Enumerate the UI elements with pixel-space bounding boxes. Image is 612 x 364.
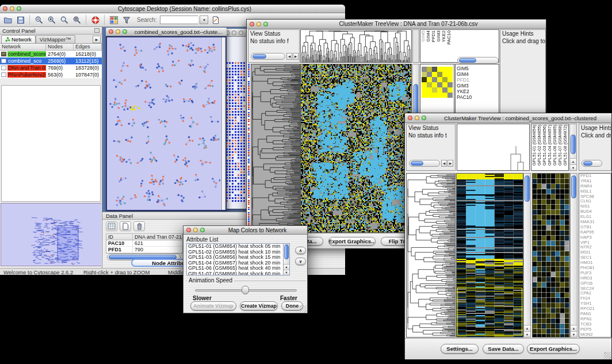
correlation-matrix-canvas[interactable] bbox=[422, 67, 453, 98]
scroll-down-button[interactable]: ▼ bbox=[570, 164, 576, 170]
zoom-vscrollbar[interactable]: ▲ ▼ bbox=[570, 173, 577, 338]
minimize-button[interactable] bbox=[193, 228, 198, 232]
scroll-left-button[interactable]: ◀ bbox=[286, 53, 292, 60]
row-dendrogram-canvas[interactable] bbox=[407, 174, 455, 337]
heatmap-canvas[interactable] bbox=[301, 64, 411, 232]
zoom-selected-icon[interactable] bbox=[71, 14, 82, 25]
vizmap-grid-icon[interactable] bbox=[108, 14, 119, 25]
move-up-button[interactable]: ∧ bbox=[295, 247, 306, 254]
zoom-hscrollbar[interactable] bbox=[457, 57, 499, 64]
scroll-left-button[interactable]: ◀ bbox=[441, 160, 447, 167]
minimize-button[interactable] bbox=[415, 116, 419, 120]
close-button[interactable] bbox=[3, 6, 7, 11]
search-dropdown-button[interactable]: ▼ bbox=[200, 16, 208, 24]
minimize-button[interactable] bbox=[116, 29, 120, 34]
zoom-button[interactable] bbox=[17, 6, 21, 11]
zoom-button[interactable] bbox=[200, 228, 205, 232]
heatmap-vscrollbar[interactable]: ▲ ▼ bbox=[523, 173, 531, 338]
attribute-item[interactable]: GPL51-07 (GSM868) heat shock 60 min bbox=[187, 271, 283, 275]
resize-grip[interactable] bbox=[604, 352, 611, 359]
scroll-up-button[interactable]: ▲ bbox=[284, 264, 289, 269]
usage-hscrollbar[interactable] bbox=[582, 160, 602, 167]
export-graphics-button[interactable]: Export Graphics... bbox=[527, 344, 580, 354]
close-button[interactable] bbox=[186, 228, 191, 232]
animation-slider-thumb[interactable] bbox=[242, 286, 249, 294]
scroll-down-button[interactable]: ▼ bbox=[571, 331, 577, 337]
scroll-up-button[interactable]: ▲ bbox=[570, 158, 576, 164]
save-session-icon[interactable] bbox=[15, 14, 26, 25]
scroll-right-button[interactable]: ▶ bbox=[447, 160, 453, 167]
network-tree-area[interactable] bbox=[1, 85, 101, 202]
close-button[interactable] bbox=[250, 22, 254, 26]
minimize-button[interactable] bbox=[257, 22, 261, 26]
network-table-row[interactable]: combined_scores 2764(0) 16218(0) bbox=[0, 51, 102, 58]
col-attribute[interactable]: DNA and Tran 07-21-06... bbox=[133, 234, 182, 240]
main-titlebar[interactable]: Cytoscape Desktop (Session Name: collins… bbox=[0, 5, 345, 13]
zoom-in-icon[interactable] bbox=[46, 14, 57, 25]
col-nodes[interactable]: Nodes bbox=[46, 44, 74, 50]
gene-item[interactable]: GIM4 bbox=[456, 71, 499, 77]
tab-vizmapper[interactable]: VizMapper™ bbox=[36, 35, 75, 43]
network-view-titlebar[interactable]: combined_scores_good.txt--cluste... bbox=[106, 28, 227, 36]
save-data-button[interactable]: Save Data... bbox=[483, 344, 524, 354]
zoom-fit-icon[interactable] bbox=[59, 14, 70, 25]
network-table-row[interactable]: combined_sco 2569(6) 13112(15) bbox=[0, 58, 102, 64]
attribute-row[interactable]: PAC10 621 bbox=[106, 240, 182, 247]
attribute-table-header[interactable]: ID DNA and Tran 07-21-06... bbox=[106, 234, 182, 240]
gene-item[interactable]: PFD1 bbox=[456, 77, 499, 83]
scroll-down-button[interactable]: ▼ bbox=[284, 270, 289, 275]
delete-attribute-icon[interactable] bbox=[133, 221, 145, 231]
heatmap-canvas[interactable] bbox=[457, 174, 523, 337]
treeview-dna-titlebar[interactable]: ClusterMaker TreeView : DNA and Tran 07-… bbox=[247, 20, 546, 29]
animate-vizmap-button[interactable]: Animate Vizmap bbox=[190, 301, 236, 311]
filter-funnel-icon[interactable] bbox=[121, 14, 132, 25]
zoom-button[interactable] bbox=[422, 116, 426, 120]
attribute-select-icon[interactable] bbox=[106, 221, 117, 231]
scroll-right-button[interactable]: ▶ bbox=[293, 53, 299, 60]
col-id[interactable]: ID bbox=[106, 234, 133, 240]
gene-item[interactable]: PAC10 bbox=[456, 94, 499, 100]
minimize-button[interactable] bbox=[10, 6, 14, 11]
zoom-out-icon[interactable] bbox=[33, 14, 44, 25]
attribute-row[interactable]: PFD1 790 bbox=[106, 247, 182, 253]
col-network[interactable]: Network bbox=[0, 44, 46, 50]
zoom-button[interactable] bbox=[123, 29, 127, 34]
col-edges[interactable]: Edges bbox=[74, 44, 102, 50]
list-vscrollbar[interactable]: ▲ ▼ bbox=[283, 244, 289, 275]
view-status-hscrollbar[interactable] bbox=[409, 160, 440, 167]
zoom-heatmap-canvas[interactable] bbox=[533, 174, 569, 337]
row-dendrogram-canvas[interactable] bbox=[251, 64, 300, 232]
create-vizmap-button[interactable]: Create Vizmap bbox=[240, 301, 278, 311]
open-session-icon[interactable] bbox=[2, 14, 13, 25]
scroll-up-button[interactable]: ▲ bbox=[571, 325, 577, 331]
network-table-row[interactable]: DNA and Tran 07 769(0) 183728(0) bbox=[0, 64, 102, 71]
resize-grip[interactable] bbox=[300, 305, 307, 312]
move-down-button[interactable]: ∨ bbox=[295, 258, 306, 265]
new-attribute-icon[interactable] bbox=[120, 221, 131, 231]
close-button[interactable] bbox=[109, 29, 113, 34]
help-lifering-icon[interactable] bbox=[90, 14, 101, 25]
network-table-header[interactable]: Network Nodes Edges bbox=[0, 44, 102, 51]
network-overview-canvas[interactable] bbox=[1, 204, 101, 266]
zoom-button[interactable] bbox=[239, 30, 243, 35]
tab-overflow-button[interactable]: ▶ bbox=[93, 36, 101, 43]
scroll-down-button[interactable]: ▼ bbox=[524, 331, 530, 337]
gene-item[interactable]: MON2 bbox=[579, 332, 611, 338]
gene-item[interactable]: YKE2 bbox=[456, 89, 499, 94]
export-graphics-button[interactable]: Export Graphics... bbox=[328, 237, 376, 246]
column-dendrogram-canvas[interactable] bbox=[457, 124, 529, 170]
dialog-titlebar[interactable]: Map Colors to Network bbox=[183, 226, 307, 235]
network-graph-canvas[interactable] bbox=[107, 37, 220, 210]
minimize-button[interactable] bbox=[232, 30, 236, 35]
column-dendrogram-canvas[interactable] bbox=[301, 30, 411, 62]
scroll-up-button[interactable]: ▲ bbox=[524, 325, 530, 331]
zoom-button[interactable] bbox=[263, 22, 268, 26]
network-table-row[interactable]: RNAPuberNov2+ 563(0) 107847(0) bbox=[0, 71, 102, 78]
annotation-icon[interactable] bbox=[210, 14, 221, 25]
gene-item[interactable]: GIM5 bbox=[456, 66, 499, 71]
close-button[interactable] bbox=[408, 116, 412, 120]
treeview-combined-titlebar[interactable]: ClusterMaker TreeView : combined_scores_… bbox=[405, 113, 611, 123]
network-vertical-scrollbar[interactable] bbox=[221, 37, 225, 210]
gene-item[interactable]: GIM3 bbox=[456, 83, 499, 89]
float-panel-icon[interactable] bbox=[94, 28, 100, 33]
